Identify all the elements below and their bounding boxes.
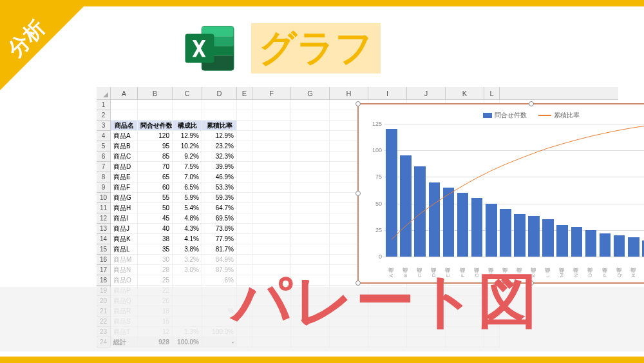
cell[interactable]: 商品名 [111, 121, 138, 131]
row-header-9[interactable]: 9 [97, 182, 111, 193]
cell[interactable]: 39.9% [202, 162, 237, 172]
row-header-1[interactable]: 1 [97, 100, 111, 110]
cell[interactable]: 7.5% [173, 162, 202, 172]
cell[interactable]: 59.3% [202, 193, 237, 203]
cell[interactable]: 120 [138, 131, 173, 141]
col-header-G[interactable]: G [291, 87, 330, 99]
cell[interactable] [252, 244, 291, 255]
cell[interactable]: 商品C [111, 152, 138, 162]
col-header-B[interactable]: B [138, 87, 173, 99]
row-header-10[interactable]: 10 [97, 193, 111, 203]
cell[interactable]: 12.9% [202, 131, 237, 141]
cell[interactable] [252, 203, 291, 213]
cell[interactable]: 32.3% [202, 152, 237, 162]
cell[interactable]: 商品M [111, 255, 138, 265]
cell[interactable]: 95 [138, 141, 173, 152]
cell[interactable]: 4.8% [173, 213, 202, 224]
row-header-14[interactable]: 14 [97, 234, 111, 244]
cell[interactable]: 38 [138, 234, 173, 244]
cell[interactable]: 73.8% [202, 224, 237, 234]
cell[interactable]: 60 [138, 182, 173, 193]
cell[interactable]: 53.3% [202, 182, 237, 193]
cell[interactable]: 55 [138, 193, 173, 203]
cell[interactable] [237, 213, 252, 224]
row-header-7[interactable]: 7 [97, 162, 111, 172]
cell[interactable]: 35 [138, 244, 173, 255]
cell[interactable]: 3.2% [173, 255, 202, 265]
col-header-H[interactable]: H [330, 87, 368, 99]
cell[interactable]: 商品E [111, 172, 138, 182]
row-header-18[interactable]: 18 [97, 275, 111, 286]
cell[interactable] [252, 100, 291, 110]
cell[interactable] [252, 213, 291, 224]
cell[interactable] [237, 234, 252, 244]
cell[interactable] [252, 110, 291, 121]
col-header-J[interactable]: J [407, 87, 446, 99]
row-header-5[interactable]: 5 [97, 141, 111, 152]
cell[interactable] [138, 100, 173, 110]
cell[interactable]: 30 [138, 255, 173, 265]
cell[interactable]: 4.3% [173, 224, 202, 234]
col-header-A[interactable]: A [111, 87, 138, 99]
cell[interactable] [237, 193, 252, 203]
cell[interactable] [173, 275, 202, 286]
cell[interactable] [237, 224, 252, 234]
cell[interactable] [252, 193, 291, 203]
cell[interactable]: 3.0% [173, 265, 202, 275]
cell[interactable] [237, 110, 252, 121]
row-header-2[interactable]: 2 [97, 110, 111, 121]
cell[interactable] [173, 110, 202, 121]
cell[interactable] [111, 100, 138, 110]
cell[interactable] [111, 110, 138, 121]
cell[interactable]: 77.9% [202, 234, 237, 244]
cell[interactable]: 商品F [111, 182, 138, 193]
cell[interactable]: 5.9% [173, 193, 202, 203]
cell[interactable] [237, 172, 252, 182]
cell[interactable] [237, 152, 252, 162]
cell[interactable]: 25 [138, 275, 173, 286]
cell[interactable]: 12.9% [173, 131, 202, 141]
col-header-K[interactable]: K [446, 87, 484, 99]
cell[interactable] [237, 131, 252, 141]
cell[interactable] [291, 162, 330, 172]
cell[interactable] [291, 141, 330, 152]
col-header-E[interactable]: E [237, 87, 252, 99]
cell[interactable]: 5.4% [173, 203, 202, 213]
cell[interactable] [252, 121, 291, 131]
col-header-I[interactable]: I [368, 87, 407, 99]
cell[interactable]: 7.0% [173, 172, 202, 182]
cell[interactable]: 81.7% [202, 244, 237, 255]
cell[interactable] [237, 141, 252, 152]
cell[interactable] [252, 152, 291, 162]
cell[interactable] [291, 244, 330, 255]
cell[interactable]: 商品N [111, 265, 138, 275]
select-all-corner[interactable] [97, 87, 111, 99]
cell[interactable]: 商品D [111, 162, 138, 172]
cell[interactable]: 商品J [111, 224, 138, 234]
row-header-15[interactable]: 15 [97, 244, 111, 255]
cell[interactable]: 商品L [111, 244, 138, 255]
cell[interactable] [291, 203, 330, 213]
cell[interactable] [291, 100, 330, 110]
cell[interactable] [138, 110, 173, 121]
cell[interactable] [291, 131, 330, 141]
cell[interactable]: 10.2% [173, 141, 202, 152]
cell[interactable] [237, 100, 252, 110]
col-header-C[interactable]: C [173, 87, 202, 99]
cell[interactable] [202, 110, 237, 121]
cell[interactable]: 64.7% [202, 203, 237, 213]
resize-handle-ml[interactable] [355, 191, 361, 196]
cell[interactable]: 6.5% [173, 182, 202, 193]
cell[interactable]: 65 [138, 172, 173, 182]
cell[interactable]: 商品O [111, 275, 138, 286]
cell[interactable]: 70 [138, 162, 173, 172]
cell[interactable] [237, 162, 252, 172]
cell[interactable]: 69.5% [202, 213, 237, 224]
row-header-13[interactable]: 13 [97, 224, 111, 234]
cell[interactable] [252, 172, 291, 182]
cell[interactable]: 累積比率 [202, 121, 237, 131]
cell[interactable]: 商品B [111, 141, 138, 152]
col-header-L[interactable]: L [484, 87, 500, 99]
row-header-12[interactable]: 12 [97, 213, 111, 224]
cell[interactable] [237, 121, 252, 131]
